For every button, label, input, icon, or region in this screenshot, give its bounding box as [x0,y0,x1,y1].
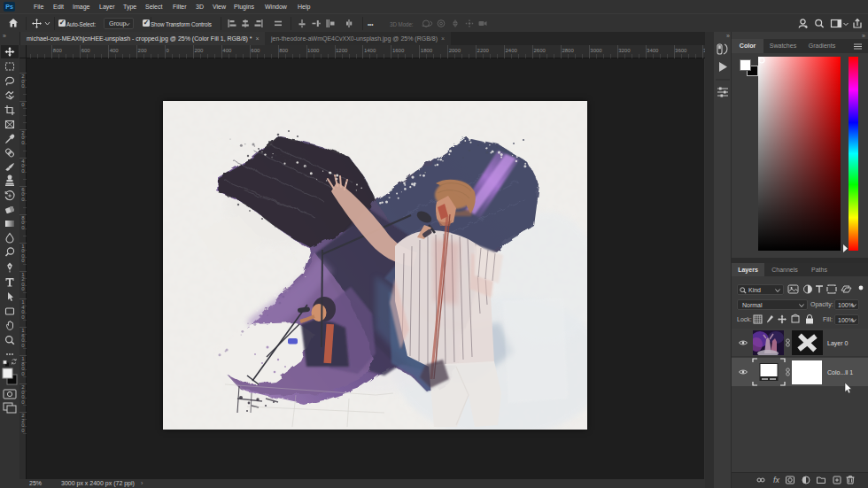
svg-text:fx: fx [773,476,780,484]
